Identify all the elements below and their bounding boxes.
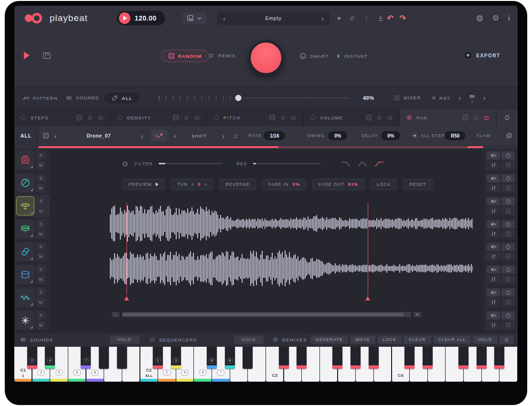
channel-knob-icon[interactable] bbox=[501, 220, 515, 228]
randomize-sample-icon[interactable] bbox=[43, 133, 49, 139]
channel-mute-icon[interactable] bbox=[487, 311, 500, 320]
tab-radio[interactable] bbox=[407, 115, 412, 120]
loop-icon[interactable] bbox=[280, 115, 286, 120]
scrollbar-track[interactable] bbox=[122, 312, 411, 317]
export-button[interactable]: EXPORT bbox=[464, 52, 500, 59]
mute-button[interactable]: M bbox=[36, 275, 45, 284]
key-Cs3[interactable] bbox=[279, 347, 289, 369]
redo-icon[interactable]: ↷ bbox=[399, 13, 406, 23]
power-icon[interactable] bbox=[484, 115, 489, 120]
pad-volume-handle[interactable] bbox=[30, 188, 33, 191]
key-Gs3[interactable] bbox=[351, 347, 361, 369]
tab-radio[interactable] bbox=[214, 115, 219, 120]
power-icon[interactable] bbox=[387, 115, 393, 120]
key-Ds1[interactable]: 4 bbox=[45, 347, 55, 369]
key-As4[interactable] bbox=[494, 347, 504, 369]
kebab-menu-icon[interactable]: ⋮ bbox=[363, 15, 370, 21]
channel-grid-icon[interactable] bbox=[501, 252, 515, 260]
channel-knob-icon[interactable] bbox=[501, 266, 515, 274]
bandpass-filter-icon[interactable] bbox=[358, 160, 367, 167]
sample-slot-closed-hihat[interactable]: SM bbox=[14, 195, 50, 218]
shift-right-icon[interactable]: › bbox=[222, 132, 224, 139]
key-As3[interactable] bbox=[369, 347, 379, 369]
channel-knob-icon[interactable] bbox=[501, 243, 515, 251]
channel-grid-icon[interactable] bbox=[501, 207, 515, 215]
channel-fader-icon[interactable] bbox=[487, 207, 500, 215]
solo-button[interactable]: S bbox=[36, 288, 45, 297]
power-icon[interactable] bbox=[98, 115, 103, 120]
prev-pattern-icon[interactable]: ‹ bbox=[458, 94, 461, 101]
info-icon[interactable]: i bbox=[508, 15, 510, 21]
fade-in-control[interactable]: FADE IN 0% bbox=[262, 179, 306, 190]
refresh-all-icon[interactable] bbox=[497, 109, 518, 126]
slider-handle[interactable] bbox=[235, 95, 242, 101]
dice-icon[interactable] bbox=[366, 115, 372, 120]
play-icon[interactable] bbox=[119, 12, 130, 24]
bottom-button-clear-all[interactable]: CLEAR ALL bbox=[433, 335, 471, 344]
channel-mute-icon[interactable] bbox=[487, 288, 500, 297]
key-Gs4[interactable] bbox=[477, 347, 487, 369]
next-pattern-icon[interactable]: › bbox=[483, 94, 486, 101]
key-Ds2[interactable]: 3 bbox=[171, 347, 181, 369]
preview-button[interactable]: PREVIEW bbox=[122, 179, 165, 190]
prev-sample-icon[interactable]: ‹ bbox=[54, 132, 57, 139]
preset-name[interactable]: Empty bbox=[265, 15, 281, 21]
loop-icon[interactable] bbox=[376, 115, 383, 120]
reset-toggle[interactable]: RST. bbox=[432, 95, 452, 100]
notes-icon[interactable]: ♫ bbox=[233, 132, 238, 139]
browser-globe-icon[interactable] bbox=[476, 15, 483, 22]
solo-button[interactable]: S bbox=[36, 197, 45, 205]
all-steps-value[interactable]: R50 bbox=[445, 131, 466, 140]
channel-grid-icon[interactable] bbox=[501, 230, 515, 238]
channel-knob-icon[interactable] bbox=[501, 197, 515, 205]
channel-knob-icon[interactable] bbox=[501, 288, 515, 297]
sample-pad[interactable] bbox=[16, 265, 34, 284]
solo-button[interactable]: S bbox=[36, 151, 45, 160]
solo-button[interactable]: S bbox=[36, 265, 45, 274]
main-trigger-button[interactable] bbox=[248, 40, 284, 75]
rate-value[interactable]: 1/16 bbox=[264, 131, 285, 140]
channel-mute-icon[interactable] bbox=[487, 197, 500, 205]
zoom-out-button[interactable]: - bbox=[112, 312, 119, 317]
key-Cs4[interactable] bbox=[404, 347, 415, 369]
mute-button[interactable]: M bbox=[36, 321, 45, 330]
pad-volume-handle[interactable] bbox=[30, 211, 33, 214]
channel-mute-icon[interactable] bbox=[487, 174, 500, 182]
key-As2[interactable] bbox=[243, 347, 253, 369]
sample-slot-tom[interactable]: SM bbox=[14, 263, 50, 286]
sample-end-marker[interactable] bbox=[368, 203, 369, 295]
draw-all-button[interactable]: ALL bbox=[103, 91, 141, 104]
sample-pad[interactable] bbox=[16, 150, 34, 170]
channel-fader-icon[interactable] bbox=[487, 161, 500, 169]
pattern-toggle[interactable]: PATTERN bbox=[22, 95, 58, 100]
key-Cs1[interactable]: 2 bbox=[27, 347, 37, 369]
filter-res-slider[interactable] bbox=[253, 163, 321, 164]
channel-fader-icon[interactable] bbox=[487, 275, 500, 283]
bpm-value[interactable]: 120.00 bbox=[135, 14, 157, 22]
key-Fs2[interactable]: 6 bbox=[207, 347, 217, 369]
loop-icon[interactable] bbox=[473, 115, 479, 120]
tab-volume[interactable]: VOLUME bbox=[304, 109, 399, 126]
waveform-display[interactable] bbox=[110, 202, 473, 303]
channel-grid-icon[interactable] bbox=[501, 298, 515, 306]
bpm-control[interactable]: 120.00 bbox=[117, 11, 165, 25]
sample-pad[interactable] bbox=[16, 311, 34, 330]
all-steps-radio[interactable] bbox=[412, 133, 417, 139]
lowpass-filter-icon[interactable] bbox=[341, 160, 351, 167]
shift-left-icon[interactable]: ‹ bbox=[174, 132, 176, 139]
tune-down-icon[interactable]: ‹ bbox=[192, 181, 194, 188]
channel-fader-icon[interactable] bbox=[487, 184, 500, 192]
tab-pitch[interactable]: PITCH bbox=[207, 109, 303, 126]
tab-density[interactable]: DENSITY bbox=[111, 109, 206, 126]
remix-mode-button[interactable]: REMIX bbox=[208, 53, 236, 58]
smart-mode-button[interactable]: SMART bbox=[300, 53, 329, 59]
sample-slot-kick[interactable]: SM bbox=[14, 149, 50, 172]
prev-preset-icon[interactable]: ‹ bbox=[223, 15, 225, 22]
channel-mute-icon[interactable] bbox=[487, 220, 500, 228]
key-Fs4[interactable] bbox=[458, 347, 468, 369]
next-preset-icon[interactable]: › bbox=[321, 15, 324, 22]
sample-pad[interactable] bbox=[16, 173, 34, 192]
pad-volume-handle[interactable] bbox=[30, 326, 33, 329]
sample-slot-shaker[interactable]: SM bbox=[14, 241, 50, 264]
reload-icon[interactable] bbox=[349, 16, 355, 21]
